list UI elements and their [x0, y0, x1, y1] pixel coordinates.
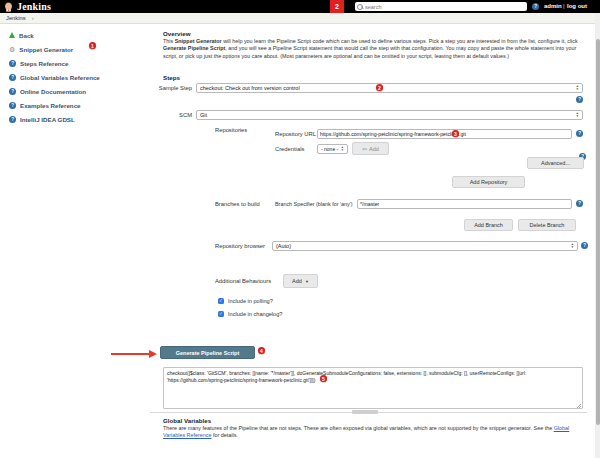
- steps-heading: Steps: [163, 74, 180, 81]
- sidebar-item-online-documentation[interactable]: ? Online Documentation: [0, 84, 140, 98]
- sample-step-help-icon[interactable]: ?: [576, 96, 583, 103]
- branch-specifier-help-icon[interactable]: ?: [576, 200, 583, 207]
- include-changelog-label: Include in changelog?: [228, 311, 282, 317]
- annotation-badge-2: 2: [330, 0, 344, 13]
- annotation-arrow-head: [149, 350, 157, 358]
- search-icon: [357, 4, 363, 10]
- behaviours-add-dropdown-button[interactable]: Add ▼: [283, 274, 318, 288]
- annotation-badge-5: 5: [320, 375, 327, 382]
- sample-step-select[interactable]: checkout: Check out from version control…: [196, 83, 583, 93]
- generate-pipeline-script-bold: Generate Pipeline Script: [163, 45, 225, 51]
- jenkins-logo-icon[interactable]: [3, 1, 14, 12]
- overview-paragraph: This Snippet Generator will help you lea…: [163, 38, 585, 60]
- help-icon: ?: [9, 60, 16, 67]
- help-icon: ?: [9, 88, 16, 95]
- scm-label: SCM: [140, 112, 192, 118]
- key-icon: ⇦: [362, 145, 367, 152]
- sidebar-item-back[interactable]: Back: [0, 28, 140, 42]
- breadcrumb-chevron-icon: ›: [32, 15, 34, 21]
- include-polling-checkbox[interactable]: ✓: [218, 298, 224, 304]
- credentials-label: Credentials: [275, 146, 304, 152]
- generate-pipeline-script-button[interactable]: Generate Pipeline Script: [160, 346, 255, 359]
- include-polling-label: Include in polling?: [228, 298, 273, 304]
- back-up-arrow-icon: [9, 32, 15, 38]
- top-bar: Jenkins 2 ? admin | log out: [0, 0, 600, 13]
- help-icon: ?: [9, 116, 16, 123]
- annotation-badge-3: 3: [452, 130, 459, 137]
- pipeline-script-output[interactable]: checkout([$class: 'GitSCM', branches: [[…: [163, 367, 583, 409]
- gear-icon: ⚙: [9, 46, 15, 53]
- repository-url-label: Repository URL: [275, 131, 316, 137]
- search-input[interactable]: [365, 4, 515, 10]
- select-stepper-icon: ▲▼: [576, 112, 579, 117]
- repository-url-input[interactable]: [317, 129, 572, 139]
- select-stepper-icon: ▲▼: [576, 85, 579, 90]
- sidebar-item-global-variables-reference[interactable]: ? Global Variables Reference: [0, 70, 140, 84]
- annotation-badge-4: 4: [258, 347, 265, 354]
- credentials-add-button[interactable]: ⇦ Add: [352, 142, 389, 155]
- logout-link[interactable]: log out: [567, 3, 587, 9]
- caret-down-icon: ▼: [305, 279, 309, 284]
- annotation-badge-2b: 2: [376, 84, 383, 91]
- search-box[interactable]: [355, 2, 527, 11]
- breadcrumb-root[interactable]: Jenkins: [6, 15, 26, 21]
- help-icon: ?: [9, 102, 16, 109]
- sidebar: Back ⚙ Snippet Generator 1 ? Steps Refer…: [0, 28, 140, 126]
- repository-browser-help-icon[interactable]: ?: [581, 242, 588, 249]
- sidebar-item-intellij-idea-gdsl[interactable]: ? IntelliJ IDEA GDSL: [0, 112, 140, 126]
- delete-branch-button[interactable]: Delete Branch: [518, 219, 576, 231]
- global-variables-heading: Global Variables: [163, 417, 211, 424]
- user-link[interactable]: admin: [544, 3, 562, 9]
- breadcrumb: Jenkins ›: [0, 13, 600, 24]
- select-stepper-icon: ▲▼: [341, 146, 344, 151]
- scrollbar-track[interactable]: [595, 13, 600, 458]
- annotation-arrow: [111, 353, 151, 355]
- divider-drag-handle[interactable]: [352, 410, 378, 414]
- repository-browser-label: Repository browser: [215, 243, 265, 249]
- overview-heading: Overview: [163, 30, 191, 37]
- repository-url-help-icon[interactable]: ?: [576, 130, 583, 137]
- repository-browser-select[interactable]: (Auto) ▲▼: [272, 241, 578, 251]
- sidebar-item-snippet-generator[interactable]: ⚙ Snippet Generator 1: [0, 42, 140, 56]
- additional-behaviours-label: Additional Behaviours: [215, 278, 271, 284]
- branches-to-build-label: Branches to build: [215, 201, 260, 207]
- jenkins-snippet-generator-page: Jenkins 2 ? admin | log out Jenkins › Ba…: [0, 0, 600, 458]
- help-icon: ?: [9, 74, 16, 81]
- select-stepper-icon: ▲▼: [571, 243, 574, 248]
- snippet-generator-bold: Snippet Generator: [175, 38, 222, 44]
- sidebar-item-steps-reference[interactable]: ? Steps Reference: [0, 56, 140, 70]
- repositories-label: Repositories: [215, 127, 247, 133]
- global-variables-paragraph: There are many features of the Pipeline …: [163, 425, 585, 440]
- sample-step-label: Sample Step: [140, 85, 192, 91]
- search-help-icon[interactable]: ?: [532, 3, 539, 10]
- annotation-badge-1: 1: [89, 42, 96, 49]
- add-branch-button[interactable]: Add Branch: [464, 219, 513, 231]
- branch-specifier-label: Branch Specifier (blank for 'any'): [275, 201, 353, 207]
- credentials-select[interactable]: - none - ▲▼: [317, 144, 348, 154]
- app-title[interactable]: Jenkins: [17, 1, 51, 12]
- sidebar-item-examples-reference[interactable]: ? Examples Reference: [0, 98, 140, 112]
- scm-select[interactable]: Git ▲▼: [196, 110, 583, 120]
- add-repository-button[interactable]: Add Repository: [452, 176, 525, 188]
- advanced-button[interactable]: Advanced...: [527, 157, 584, 169]
- branch-specifier-input[interactable]: [357, 199, 572, 209]
- include-changelog-checkbox[interactable]: ✓: [218, 311, 224, 317]
- scrollbar-thumb[interactable]: [596, 39, 600, 425]
- header-separator: |: [563, 3, 565, 9]
- textarea-resize-handle[interactable]: [576, 403, 581, 408]
